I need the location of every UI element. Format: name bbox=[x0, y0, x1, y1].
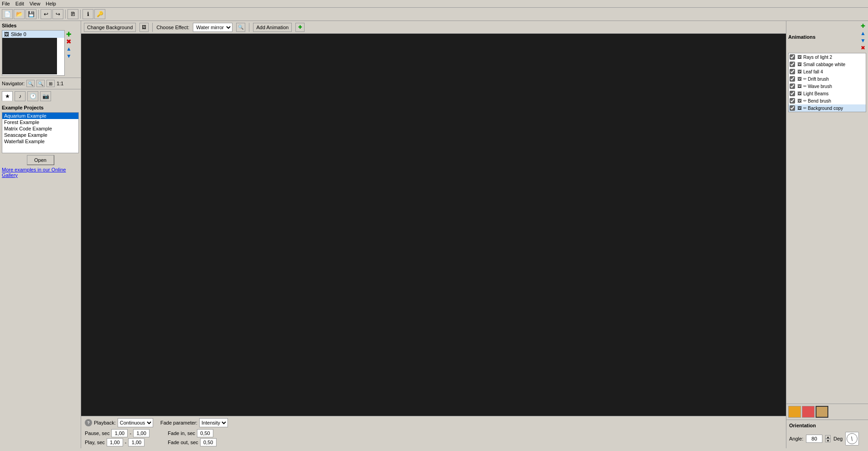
anim-checkbox-7[interactable] bbox=[790, 105, 795, 111]
move-slide-down-button[interactable]: ▼ bbox=[66, 53, 72, 59]
pause-from-input[interactable]: 1,00 bbox=[111, 429, 128, 437]
search-button[interactable]: 🔑 bbox=[94, 9, 105, 19]
fade-out-input[interactable]: 0,50 bbox=[200, 438, 217, 446]
toolbar-separator-2 bbox=[65, 10, 66, 19]
color-tab-0[interactable] bbox=[788, 406, 801, 418]
help-icon[interactable]: ? bbox=[85, 419, 92, 426]
open-project-button[interactable]: Open bbox=[27, 155, 54, 165]
projects-list[interactable]: Aquarium Example Forest Example Matrix C… bbox=[2, 112, 79, 153]
info-button[interactable]: ℹ bbox=[83, 9, 93, 19]
zoom-out-button[interactable]: 🔍 bbox=[36, 80, 45, 87]
tab-camera[interactable]: 📷 bbox=[40, 91, 51, 101]
playback-label: Playback: bbox=[94, 420, 116, 425]
playback-bar: ? Playback: Continuous Fade parameter: I… bbox=[81, 416, 786, 448]
anim-checkbox-2[interactable] bbox=[790, 69, 795, 74]
angle-up-button[interactable]: ▲ bbox=[825, 435, 831, 439]
anim-item-5[interactable]: 🖼 Light Beams bbox=[789, 90, 866, 97]
animation-list: 🖼 Rays of light 2 🖼 Small cabbage white … bbox=[788, 53, 866, 112]
fade-in-input[interactable]: 0,50 bbox=[197, 429, 213, 437]
angle-dial[interactable] bbox=[845, 432, 859, 446]
project-item-0[interactable]: Aquarium Example bbox=[2, 113, 78, 119]
anim-checkbox-1[interactable] bbox=[790, 62, 795, 67]
anim-right-controls: ✚ ▲ ▼ ✖ bbox=[860, 23, 866, 51]
export-button[interactable]: 🖹 bbox=[67, 9, 78, 19]
slide-list[interactable]: 🖼 Slide 0 bbox=[2, 30, 65, 76]
pause-to-input[interactable]: 1,00 bbox=[133, 429, 150, 437]
anim-pencil-4: ✏ bbox=[803, 84, 807, 88]
anim-item-2[interactable]: 🖼 Leaf fall 4 bbox=[789, 68, 866, 75]
effect-search-button[interactable]: 🔍 bbox=[236, 23, 245, 32]
open-button[interactable]: 📂 bbox=[14, 9, 25, 19]
anim-checkbox-3[interactable] bbox=[790, 76, 795, 82]
anim-image-icon-1: 🖼 bbox=[796, 61, 802, 67]
anim-image-icon-2: 🖼 bbox=[796, 68, 802, 75]
delete-slide-button[interactable]: ✖ bbox=[66, 38, 72, 45]
anim-image-icon-0: 🖼 bbox=[796, 54, 802, 60]
undo-button[interactable]: ↩ bbox=[41, 9, 52, 19]
change-background-icon-button[interactable]: 🖼 bbox=[140, 23, 149, 32]
tab-star[interactable]: ★ bbox=[2, 91, 13, 101]
anim-item-7[interactable]: 🖼 ✏ Background copy bbox=[789, 104, 866, 112]
angle-row: Angle: 80 ▲ ▼ Deg bbox=[789, 432, 865, 446]
anim-item-4[interactable]: 🖼 ✏ Wave brush bbox=[789, 83, 866, 90]
navigator-row: Navigator: 🔍 🔍 ⊞ 1:1 bbox=[2, 80, 79, 87]
slide-item-0[interactable]: 🖼 Slide 0 bbox=[2, 31, 64, 38]
playback-select[interactable]: Continuous bbox=[118, 418, 153, 427]
anim-name-0: Rays of light 2 bbox=[803, 55, 832, 60]
fade-parameter-select[interactable]: Intensity bbox=[199, 418, 228, 427]
toolbar: 📄 📂 💾 ↩ ↪ 🖹 ℹ 🔑 bbox=[0, 8, 868, 21]
tab-clock[interactable]: 🕐 bbox=[27, 91, 38, 101]
choose-effect-label: Choose Effect: bbox=[156, 25, 189, 30]
play-from-input[interactable]: 1,00 bbox=[107, 438, 123, 446]
zoom-in-button[interactable]: 🔍 bbox=[26, 80, 35, 87]
project-item-1[interactable]: Forest Example bbox=[2, 119, 78, 125]
angle-input[interactable]: 80 bbox=[806, 435, 822, 443]
project-item-4[interactable]: Waterfall Example bbox=[2, 138, 78, 145]
orientation-title: Orientation bbox=[789, 423, 865, 428]
add-slide-button[interactable]: ✚ bbox=[66, 31, 72, 37]
fit-button[interactable]: ⊞ bbox=[46, 80, 55, 87]
menu-file[interactable]: File bbox=[2, 1, 10, 6]
effect-select[interactable]: Water mirror bbox=[193, 23, 232, 32]
slides-section: Slides 🖼 Slide 0 ✚ ✖ ▲ ▼ bbox=[0, 21, 81, 78]
anim-checkbox-4[interactable] bbox=[790, 83, 795, 89]
anim-item-0[interactable]: 🖼 Rays of light 2 bbox=[789, 53, 866, 61]
menu-help[interactable]: Help bbox=[46, 1, 56, 6]
menu-view[interactable]: View bbox=[30, 1, 41, 6]
zoom-ratio: 1:1 bbox=[57, 81, 63, 86]
delete-anim-button[interactable]: ✖ bbox=[860, 45, 866, 51]
anim-checkbox-6[interactable] bbox=[790, 98, 795, 104]
add-animation-right-button[interactable]: ✚ bbox=[860, 23, 866, 29]
angle-down-button[interactable]: ▼ bbox=[825, 439, 831, 442]
play-to-input[interactable]: 1,00 bbox=[128, 438, 145, 446]
menu-edit[interactable]: Edit bbox=[16, 1, 24, 6]
anim-item-1[interactable]: 🖼 Small cabbage white bbox=[789, 61, 866, 68]
anim-name-6: Bend brush bbox=[808, 98, 831, 104]
anim-item-6[interactable]: 🖼 ✏ Bend brush bbox=[789, 97, 866, 104]
project-item-2[interactable]: Matrix Code Example bbox=[2, 125, 78, 132]
color-tab-1[interactable] bbox=[802, 406, 815, 418]
more-examples-link[interactable]: More examples in our Online Gallery bbox=[2, 167, 79, 178]
anim-pencil-3: ✏ bbox=[803, 77, 807, 81]
change-background-button[interactable]: Change Background bbox=[84, 23, 136, 32]
project-item-3[interactable]: Seascape Example bbox=[2, 132, 78, 138]
dial-inner bbox=[847, 433, 858, 444]
right-panel: Animations ✚ ▲ ▼ ✖ 🖼 Rays of light 2 bbox=[786, 21, 868, 448]
move-anim-down-button[interactable]: ▼ bbox=[860, 37, 866, 44]
anim-pencil-7: ✏ bbox=[803, 106, 807, 110]
new-button[interactable]: 📄 bbox=[2, 9, 13, 19]
tab-music[interactable]: ♪ bbox=[15, 91, 26, 101]
canvas-area: Change Background 🖼 Choose Effect: Water… bbox=[81, 21, 786, 448]
anim-checkbox-0[interactable] bbox=[790, 54, 795, 60]
anim-item-3[interactable]: 🖼 ✏ Drift brush bbox=[789, 75, 866, 83]
animations-section: Animations ✚ ▲ ▼ ✖ 🖼 Rays of light 2 bbox=[786, 21, 868, 404]
save-button[interactable]: 💾 bbox=[26, 9, 36, 19]
move-slide-up-button[interactable]: ▲ bbox=[66, 46, 72, 52]
toolbar-separator-1 bbox=[38, 10, 39, 19]
anim-checkbox-5[interactable] bbox=[790, 91, 795, 96]
redo-button[interactable]: ↪ bbox=[52, 9, 63, 19]
add-animation-plus-button[interactable]: ✚ bbox=[295, 23, 305, 32]
add-animation-button[interactable]: Add Animation bbox=[253, 23, 292, 32]
color-tab-2[interactable] bbox=[816, 406, 828, 418]
move-anim-up-button[interactable]: ▲ bbox=[860, 30, 866, 36]
